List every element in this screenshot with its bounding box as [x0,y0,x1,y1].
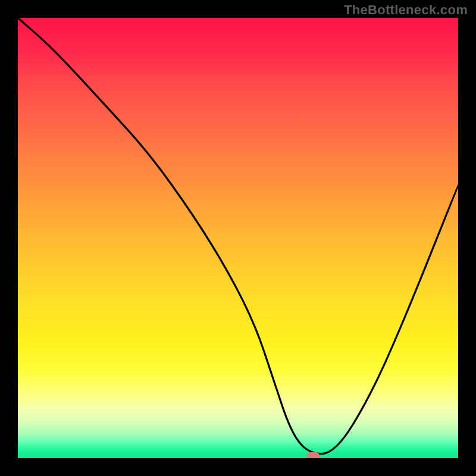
curve-path [18,18,458,454]
bottleneck-curve [18,18,458,458]
watermark-text: TheBottleneck.com [344,2,468,18]
optimal-marker [306,452,320,458]
plot-area [18,18,458,458]
chart-frame: TheBottleneck.com [0,0,476,476]
